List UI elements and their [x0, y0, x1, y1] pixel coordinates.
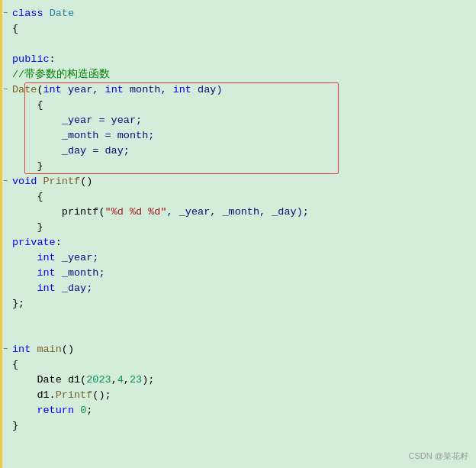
token: "%d %d %d" [105, 206, 167, 218]
code-line-22 [0, 327, 476, 342]
token: ); [142, 374, 154, 386]
token: 23 [130, 374, 142, 386]
fold-icon-1[interactable]: − [0, 6, 11, 21]
token: () [80, 176, 92, 187]
token: void [12, 176, 37, 187]
token: year, [62, 84, 105, 95]
token: _year; [56, 252, 99, 263]
code-content-4: public: [11, 52, 476, 67]
code-line-6: −Date(int year, int month, int day) [0, 82, 476, 98]
code-line-14: printf("%d %d %d", _year, _month, _day); [0, 205, 476, 220]
token: 2023 [86, 374, 111, 386]
token: int [43, 84, 62, 95]
token: private [12, 237, 56, 248]
token: _year = year; [12, 115, 142, 126]
fold-icon-23[interactable]: − [0, 342, 11, 357]
token: Printf [56, 389, 93, 401]
code-line-17: int _year; [0, 250, 476, 266]
token: int [12, 267, 56, 279]
token: day) [191, 84, 223, 95]
token: public [12, 53, 50, 65]
code-content-6: Date(int year, int month, int day) [11, 82, 476, 98]
code-content-16: private: [11, 235, 476, 250]
fold-icon-12[interactable]: − [0, 174, 11, 189]
token: main [37, 344, 61, 355]
code-line-4: public: [0, 52, 476, 67]
code-content-2: { [11, 21, 476, 37]
token [37, 176, 43, 187]
code-content-23: int main() [11, 342, 476, 357]
token: int [12, 344, 31, 355]
code-line-5: //带参数的构造函数 [0, 67, 476, 82]
token: Date [12, 84, 37, 95]
code-content-7: { [11, 98, 476, 113]
code-content-11: } [11, 159, 476, 174]
token: , [111, 374, 117, 386]
code-content-25: Date d1(2023,4,23); [11, 373, 476, 388]
code-content-17: int _year; [11, 250, 476, 266]
token: (); [92, 389, 111, 401]
token: _day = day; [12, 145, 130, 157]
token: return [12, 405, 80, 416]
token: { [12, 23, 18, 34]
code-line-27: return 0; [0, 403, 476, 418]
lines-container: −class Date{public://带参数的构造函数−Date(int y… [0, 6, 476, 434]
code-line-26: d1.Printf(); [0, 388, 476, 403]
token: } [12, 160, 43, 172]
token: 4 [117, 374, 124, 386]
token: , [124, 374, 130, 386]
code-line-10: _day = day; [0, 144, 476, 159]
token: class [12, 8, 43, 19]
token: int [105, 84, 124, 95]
token: int [12, 252, 56, 263]
code-line-20: }; [0, 296, 476, 311]
code-content-1: class Date [11, 6, 476, 21]
code-line-1: −class Date [0, 6, 476, 21]
token: d1. [12, 389, 56, 401]
code-content-15: } [11, 220, 476, 235]
token: //带参数的构造函数 [12, 69, 110, 80]
token: Date [50, 8, 74, 19]
fold-icon-6[interactable]: − [0, 82, 11, 98]
code-line-12: −void Printf() [0, 174, 476, 189]
code-line-13: { [0, 189, 476, 205]
token: _day; [56, 282, 93, 294]
code-line-9: _month = month; [0, 128, 476, 144]
code-content-5: //带参数的构造函数 [11, 67, 476, 82]
code-line-24: { [0, 357, 476, 373]
code-content-27: return 0; [11, 403, 476, 418]
code-line-2: { [0, 21, 476, 37]
code-content-8: _year = year; [11, 113, 476, 128]
token: _month = month; [12, 130, 154, 141]
code-line-16: private: [0, 235, 476, 250]
token: { [12, 191, 43, 202]
token [43, 8, 50, 19]
code-content-18: int _month; [11, 266, 476, 281]
code-line-7: { [0, 98, 476, 113]
code-line-11: } [0, 159, 476, 174]
token: Date d1( [12, 374, 86, 386]
token: : [50, 53, 56, 65]
token: ( [37, 84, 43, 95]
token: : [56, 237, 62, 248]
token: ; [86, 405, 92, 416]
token: int [173, 84, 191, 95]
code-line-28: } [0, 418, 476, 434]
token: _month; [56, 267, 105, 279]
code-container: −class Date{public://带参数的构造函数−Date(int y… [0, 0, 476, 468]
token: int [12, 282, 56, 294]
code-line-21 [0, 311, 476, 327]
code-line-15: } [0, 220, 476, 235]
token: { [12, 359, 18, 370]
code-line-8: _year = year; [0, 113, 476, 128]
token: } [12, 420, 18, 431]
code-content-9: _month = month; [11, 128, 476, 144]
token: }; [12, 298, 24, 309]
token: month, [124, 84, 173, 95]
token: Printf [43, 176, 81, 187]
code-content-19: int _day; [11, 281, 476, 296]
token: { [12, 99, 43, 111]
token: () [62, 344, 74, 355]
code-line-19: int _day; [0, 281, 476, 296]
code-content-13: { [11, 189, 476, 205]
